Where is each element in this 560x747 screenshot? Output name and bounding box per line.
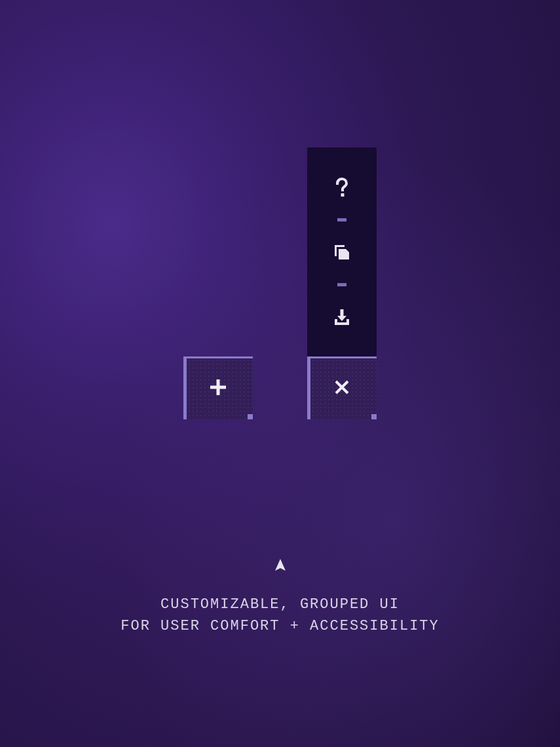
pointer-icon xyxy=(274,559,286,575)
corner-accent xyxy=(371,414,377,419)
close-button[interactable] xyxy=(307,356,377,419)
footer: CUSTOMIZABLE, GROUPED UI FOR USER COMFOR… xyxy=(0,559,560,637)
svg-rect-3 xyxy=(210,386,226,389)
copy-button[interactable] xyxy=(332,242,352,262)
toolbar-divider xyxy=(337,283,346,286)
add-button[interactable] xyxy=(183,356,253,419)
caption-line-1: CUSTOMIZABLE, GROUPED UI xyxy=(121,594,439,615)
toolbar-divider xyxy=(337,218,346,221)
copy-icon xyxy=(333,243,351,261)
svg-rect-0 xyxy=(341,193,345,197)
caption-line-2: FOR USER COMFORT + ACCESSIBILITY xyxy=(121,615,439,637)
help-button[interactable] xyxy=(332,178,352,197)
caption-text: CUSTOMIZABLE, GROUPED UI FOR USER COMFOR… xyxy=(121,594,439,637)
plus-icon xyxy=(209,378,227,400)
download-icon xyxy=(333,308,351,326)
corner-accent xyxy=(248,414,253,419)
ui-panel-group xyxy=(183,147,377,419)
vertical-toolbar xyxy=(307,147,377,357)
close-icon xyxy=(334,379,350,398)
help-icon xyxy=(335,178,349,197)
download-button[interactable] xyxy=(332,307,352,327)
